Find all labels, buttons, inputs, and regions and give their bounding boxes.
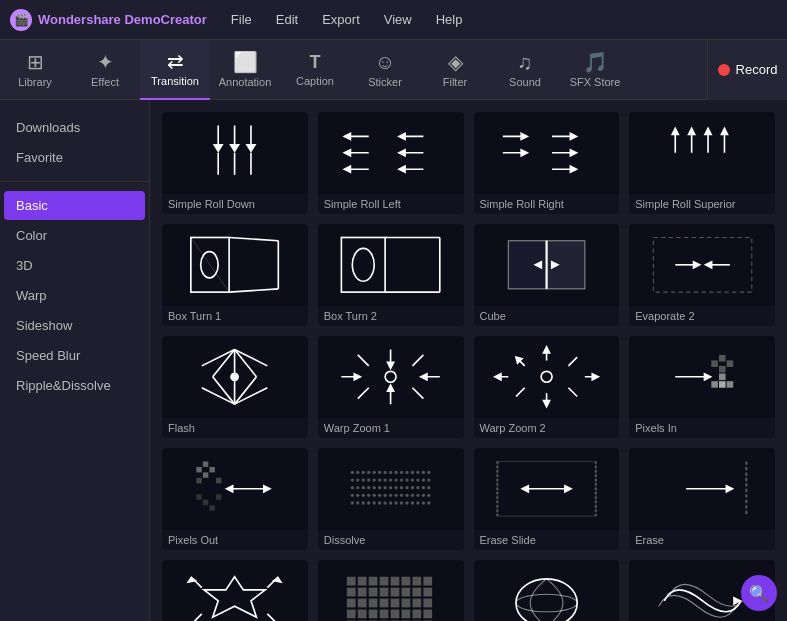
card-thumb	[474, 448, 620, 530]
card-label: Dissolve	[318, 530, 464, 550]
transition-card[interactable]: Simple Roll Superior	[629, 112, 775, 214]
svg-point-200	[378, 502, 381, 505]
tool-effect[interactable]: ✦ Effect	[70, 40, 140, 100]
svg-rect-122	[203, 473, 208, 478]
transition-card[interactable]: Warp Zoom 1	[318, 336, 464, 438]
svg-point-207	[416, 502, 419, 505]
transition-card[interactable]: Dissolve	[318, 448, 464, 550]
transition-card[interactable]	[474, 560, 620, 621]
menu-edit[interactable]: Edit	[272, 10, 302, 29]
sidebar-item-color[interactable]: Color	[4, 221, 145, 250]
sidebar-item-3d[interactable]: 3D	[4, 251, 145, 280]
svg-point-155	[378, 479, 381, 482]
transition-card[interactable]: Warp Zoom 2	[474, 336, 620, 438]
svg-rect-124	[203, 462, 208, 467]
transition-card[interactable]: Box Turn 2	[318, 224, 464, 326]
sidebar-item-sideshow[interactable]: Sideshow	[4, 311, 145, 340]
svg-point-203	[394, 502, 397, 505]
transition-card[interactable]: Pixels In	[629, 336, 775, 438]
search-button[interactable]: 🔍	[741, 575, 777, 611]
svg-point-171	[384, 486, 387, 489]
transition-card[interactable]	[318, 560, 464, 621]
sidebar-item-basic[interactable]: Basic	[4, 191, 145, 220]
menu-export[interactable]: Export	[318, 10, 364, 29]
svg-point-144	[400, 471, 403, 474]
svg-point-141	[384, 471, 387, 474]
card-thumb	[474, 336, 620, 418]
tool-sound[interactable]: ♫ Sound	[490, 40, 560, 100]
svg-point-135	[351, 471, 354, 474]
svg-point-201	[384, 502, 387, 505]
svg-point-137	[362, 471, 365, 474]
svg-point-138	[367, 471, 370, 474]
svg-point-184	[373, 494, 376, 497]
caption-icon: T	[310, 53, 321, 71]
svg-point-197	[362, 502, 365, 505]
transition-card[interactable]: Box Turn 1	[162, 224, 308, 326]
sidebar-item-favorite[interactable]: Favorite	[4, 143, 145, 172]
svg-rect-123	[210, 467, 215, 472]
svg-rect-62	[647, 232, 756, 298]
transition-card[interactable]: Simple Roll Right	[474, 112, 620, 214]
card-thumb	[474, 224, 620, 306]
svg-rect-114	[719, 374, 726, 381]
tool-sfxstore[interactable]: 🎵 SFX Store	[560, 40, 630, 100]
tool-transition[interactable]: ⇄ Transition	[140, 40, 210, 100]
sidebar-item-downloads[interactable]: Downloads	[4, 113, 145, 142]
transition-card[interactable]: Erase Slide	[474, 448, 620, 550]
app-name: Wondershare DemoCreator	[38, 12, 207, 27]
svg-point-191	[411, 494, 414, 497]
card-label: Erase	[629, 530, 775, 550]
card-label: Warp Zoom 1	[318, 418, 464, 438]
tool-annotation[interactable]: ⬜ Annotation	[210, 40, 280, 100]
svg-point-161	[411, 479, 414, 482]
effect-icon: ✦	[97, 52, 114, 72]
svg-point-172	[389, 486, 392, 489]
svg-point-188	[394, 494, 397, 497]
card-label: Box Turn 1	[162, 306, 308, 326]
svg-rect-245	[423, 588, 432, 597]
tool-sticker[interactable]: ☺ Sticker	[350, 40, 420, 100]
svg-rect-116	[726, 381, 733, 388]
svg-point-164	[427, 479, 430, 482]
sidebar: Downloads Favorite Basic Color 3D Warp S…	[0, 100, 150, 621]
card-label: Pixels Out	[162, 530, 308, 550]
svg-rect-250	[391, 599, 400, 608]
card-thumb	[318, 112, 464, 194]
menu-view[interactable]: View	[380, 10, 416, 29]
card-thumb	[629, 336, 775, 418]
transition-card[interactable]: Simple Roll Down	[162, 112, 308, 214]
svg-point-152	[362, 479, 365, 482]
svg-point-177	[416, 486, 419, 489]
tool-filter-label: Filter	[443, 76, 467, 88]
record-button[interactable]: Record	[707, 40, 787, 100]
transition-card[interactable]: Evaporate 2	[629, 224, 775, 326]
svg-rect-260	[412, 610, 421, 619]
sidebar-item-warp[interactable]: Warp	[4, 281, 145, 310]
svg-point-205	[405, 502, 408, 505]
menu-help[interactable]: Help	[432, 10, 467, 29]
svg-rect-230	[347, 577, 356, 586]
svg-point-149	[427, 471, 430, 474]
tool-annotation-label: Annotation	[219, 76, 272, 88]
tool-library[interactable]: ⊞ Library	[0, 40, 70, 100]
transition-card[interactable]: Pixels Out	[162, 448, 308, 550]
sidebar-item-speed-blur[interactable]: Speed Blur	[4, 341, 145, 370]
svg-point-196	[356, 502, 359, 505]
svg-rect-257	[380, 610, 389, 619]
sidebar-item-ripple-dissolve[interactable]: Ripple&Dissolve	[4, 371, 145, 400]
transition-card[interactable]	[162, 560, 308, 621]
menu-file[interactable]: File	[227, 10, 256, 29]
svg-rect-252	[412, 599, 421, 608]
transition-card[interactable]: Flash	[162, 336, 308, 438]
transition-card[interactable]: Simple Roll Left	[318, 112, 464, 214]
svg-rect-241	[380, 588, 389, 597]
card-thumb	[629, 112, 775, 194]
tool-caption[interactable]: T Caption	[280, 40, 350, 100]
transition-card[interactable]: Erase	[629, 448, 775, 550]
tool-filter[interactable]: ◈ Filter	[420, 40, 490, 100]
transition-card[interactable]: Cube	[474, 224, 620, 326]
svg-rect-112	[726, 361, 733, 368]
card-thumb	[162, 112, 308, 194]
svg-point-159	[400, 479, 403, 482]
